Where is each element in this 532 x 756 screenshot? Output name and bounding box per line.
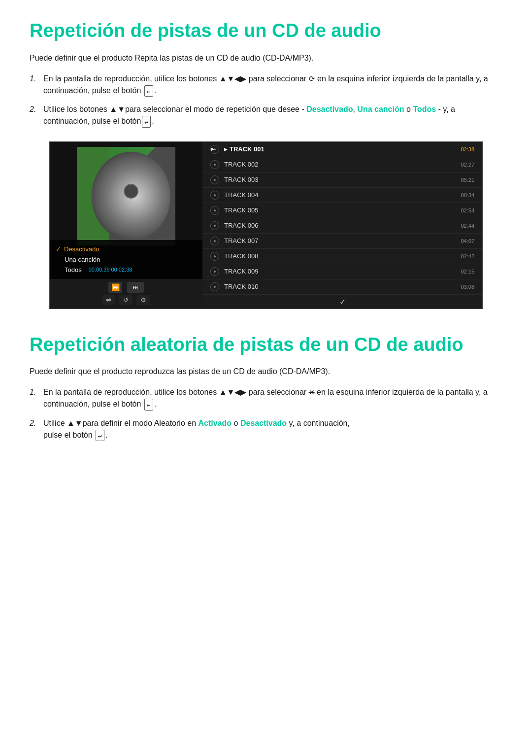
enter-icon-4: ↵ [96, 430, 104, 442]
playback-buttons: ⏩ ⏭ [108, 282, 144, 293]
track-row-003[interactable]: TRACK 003 05:21 [202, 172, 482, 188]
track-row-006[interactable]: TRACK 006 02:44 [202, 218, 482, 234]
track-play-icon-006 [210, 221, 219, 230]
section1-intro: Puede definir que el producto Repita las… [30, 52, 502, 64]
active-arrow: ▶ [224, 147, 228, 152]
section2-step2-num: 2. [30, 417, 43, 429]
check-icon: ✓ [56, 245, 61, 253]
track-play-icon-005 [210, 206, 219, 215]
track-duration-005: 02:54 [460, 207, 474, 213]
track-name-010: TRACK 010 [224, 283, 460, 290]
track-play-icon-002 [210, 160, 219, 169]
section2: Repetición aleatoria de pistas de un CD … [30, 334, 502, 442]
todos-highlight: Todos [413, 105, 436, 113]
menu-una-cancion[interactable]: Una canción [56, 254, 197, 265]
fast-forward-button[interactable]: ⏩ [108, 282, 122, 293]
track-row-004[interactable]: TRACK 004 00:34 [202, 188, 482, 203]
track-duration-008: 02:42 [460, 253, 474, 259]
step1-text: En la pantalla de reproducción, utilice … [43, 73, 502, 97]
track-duration-007: 04:07 [460, 238, 474, 244]
track-duration-006: 02:44 [460, 223, 474, 229]
section2-step1-num: 1. [30, 386, 43, 398]
track-play-icon-009 [210, 267, 219, 276]
track-play-icon-003 [210, 175, 219, 184]
step2-text: Utilice los botones ▲▼para seleccionar e… [43, 103, 502, 128]
player-controls: ⏩ ⏭ ⇌ ↺ ⚙ [50, 279, 202, 309]
section1-title: Repetición de pistas de un CD de audio [30, 20, 502, 42]
menu-todos-label: Todos [65, 266, 82, 274]
track-name-009: TRACK 009 [224, 268, 460, 275]
bottom-icon-row: ⇌ ↺ ⚙ [102, 295, 150, 305]
track-row-010[interactable]: TRACK 010 03:08 [202, 279, 482, 295]
activado-highlight: Activado [199, 419, 232, 427]
track-name-004: TRACK 004 [224, 191, 460, 199]
skip-forward-button[interactable]: ⏭ [127, 282, 144, 293]
shuffle-icon[interactable]: ⇌ [102, 295, 115, 305]
track-play-icon-001 [210, 145, 219, 154]
section2-step1-text: En la pantalla de reproducción, utilice … [43, 386, 502, 411]
track-duration-002: 02:27 [460, 162, 474, 168]
track-duration-004: 00:34 [460, 192, 474, 198]
track-duration-009: 02:15 [460, 269, 474, 275]
chevron-down-icon: ✓ [339, 297, 346, 307]
section2-steps: 1. En la pantalla de reproducción, utili… [30, 386, 502, 441]
enter-icon-1: ↵ [144, 85, 153, 97]
track-list-panel: ▶ TRACK 001 02:38 TRACK 002 02:27 TRACK … [202, 142, 482, 309]
scroll-down-indicator[interactable]: ✓ [202, 295, 482, 309]
track-name-007: TRACK 007 [224, 237, 460, 244]
cd-artwork [77, 147, 175, 245]
section2-title: Repetición aleatoria de pistas de un CD … [30, 334, 502, 356]
menu-una-cancion-label: Una canción [65, 256, 100, 263]
desactivado-highlight: Desactivado [306, 105, 353, 113]
enter-icon-3: ↵ [144, 399, 153, 411]
enter-icon-2: ↵ [142, 116, 151, 128]
repeat-icon[interactable]: ↺ [119, 295, 133, 305]
section2-intro: Puede definir que el producto reproduzca… [30, 366, 502, 378]
player-left-panel: ✓ Desactivado Una canción Todos 00:00:39… [50, 142, 202, 309]
step2-num: 2. [30, 103, 43, 115]
track-name-006: TRACK 006 [224, 222, 460, 229]
track-row-008[interactable]: TRACK 008 02:42 [202, 249, 482, 264]
section2-step1: 1. En la pantalla de reproducción, utili… [30, 386, 502, 411]
menu-desactivado[interactable]: ✓ Desactivado [56, 244, 197, 254]
track-duration-001: 02:38 [460, 146, 474, 152]
track-play-icon-008 [210, 252, 219, 261]
track-play-icon-007 [210, 237, 219, 245]
settings-icon[interactable]: ⚙ [136, 295, 150, 305]
section2-step2: 2. Utilice ▲▼para definir el modo Aleato… [30, 417, 502, 442]
track-name-003: TRACK 003 [224, 176, 460, 183]
una-cancion-highlight: Una canción [357, 105, 404, 113]
player-ui: ✓ Desactivado Una canción Todos 00:00:39… [49, 141, 483, 309]
track-row-009[interactable]: TRACK 009 02:15 [202, 264, 482, 279]
track-row-007[interactable]: TRACK 007 04:07 [202, 234, 482, 249]
track-row-002[interactable]: TRACK 002 02:27 [202, 157, 482, 172]
track-name-001: TRACK 001 [230, 145, 460, 153]
menu-todos[interactable]: Todos 00:00:39 00:02:38 [56, 265, 197, 275]
track-name-005: TRACK 005 [224, 206, 460, 214]
track-name-002: TRACK 002 [224, 161, 460, 168]
repeat-menu: ✓ Desactivado Una canción Todos 00:00:39… [50, 240, 202, 279]
step1-num: 1. [30, 73, 43, 85]
track-row-005[interactable]: TRACK 005 02:54 [202, 203, 482, 218]
step2: 2. Utilice los botones ▲▼para selecciona… [30, 103, 502, 128]
menu-desactivado-label: Desactivado [64, 245, 100, 253]
section2-step2-text: Utilice ▲▼para definir el modo Aleatorio… [43, 417, 502, 442]
track-row-001[interactable]: ▶ TRACK 001 02:38 [202, 142, 482, 157]
track-play-icon-004 [210, 191, 219, 200]
section1-steps: 1. En la pantalla de reproducción, utili… [30, 73, 502, 128]
track-duration-003: 05:21 [460, 177, 474, 183]
track-duration-010: 03:08 [460, 284, 474, 290]
time-display: 00:00:39 00:02:38 [89, 267, 133, 273]
desactivado2-highlight: Desactivado [240, 419, 287, 427]
track-name-008: TRACK 008 [224, 252, 460, 260]
step1: 1. En la pantalla de reproducción, utili… [30, 73, 502, 97]
track-play-icon-010 [210, 282, 219, 291]
